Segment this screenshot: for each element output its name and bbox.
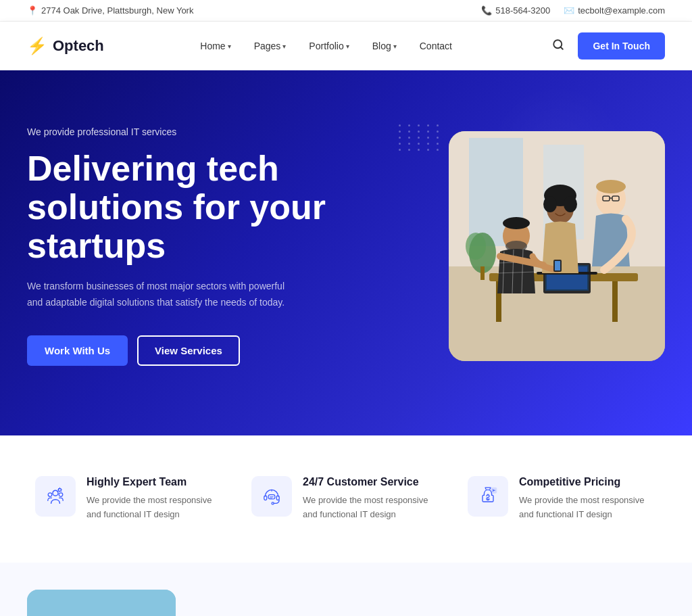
- navbar: ⚡ Optech Home ▾ Pages ▾ Portfolio ▾ Blog…: [0, 22, 692, 70]
- bottom-section: [0, 563, 692, 616]
- feature-pricing-title: Competitive Pricing: [519, 476, 657, 488]
- nav-pages[interactable]: Pages ▾: [245, 35, 296, 57]
- get-in-touch-button[interactable]: Get In Touch: [578, 32, 665, 60]
- email-icon: ✉️: [564, 5, 574, 16]
- feature-support: 24/7 Customer Service We provide the mos…: [251, 476, 441, 522]
- search-icon: [552, 39, 564, 51]
- svg-rect-35: [555, 261, 560, 270]
- work-with-us-button[interactable]: Work With Us: [27, 335, 128, 366]
- chevron-down-icon: ▾: [228, 43, 231, 50]
- hero-content: We provide professional IT services Deli…: [27, 126, 358, 366]
- hero-buttons: Work With Us View Services: [27, 335, 358, 366]
- svg-point-18: [596, 180, 626, 193]
- svg-point-24: [543, 196, 557, 212]
- logo-bolt-icon: ⚡: [27, 37, 47, 55]
- address-item: 📍 2774 Oak Drive, Plattsburgh, New York: [27, 5, 193, 16]
- svg-point-42: [272, 502, 274, 504]
- support-icon-box: [251, 476, 292, 517]
- bottom-illustration: [27, 590, 176, 616]
- nav-contact[interactable]: Contact: [410, 35, 462, 57]
- svg-rect-9: [480, 266, 485, 280]
- feature-team-text: Highly Expert Team We provide the most r…: [86, 476, 224, 522]
- svg-rect-12: [612, 281, 618, 322]
- team-illustration: [449, 131, 665, 361]
- bottom-image: [27, 590, 176, 616]
- svg-point-8: [466, 233, 486, 260]
- team-icon: [45, 485, 66, 507]
- phone-text: 518-564-3200: [495, 5, 550, 16]
- phone-item[interactable]: 📞 518-564-3200: [481, 5, 550, 16]
- search-button[interactable]: [548, 34, 568, 58]
- features-section: Highly Expert Team We provide the most r…: [0, 435, 692, 563]
- logo-text: Optech: [53, 37, 104, 55]
- svg-point-27: [503, 217, 530, 229]
- nav-right: Get In Touch: [548, 32, 665, 60]
- location-icon: 📍: [27, 5, 38, 16]
- hero-image: [449, 131, 665, 361]
- svg-point-38: [59, 493, 63, 497]
- logo[interactable]: ⚡ Optech: [27, 37, 104, 55]
- nav-blog[interactable]: Blog ▾: [363, 35, 406, 57]
- svg-point-36: [53, 490, 58, 496]
- phone-icon: 📞: [481, 5, 492, 16]
- hero-subtitle: We provide professional IT services: [27, 126, 358, 137]
- chevron-down-icon: ▾: [346, 43, 349, 50]
- team-icon-box: [35, 476, 76, 517]
- hero-title: Delivering tech solutions for your start…: [27, 149, 358, 266]
- email-text: tecbolt@example.com: [578, 5, 665, 16]
- feature-team-title: Highly Expert Team: [86, 476, 224, 488]
- feature-support-title: 24/7 Customer Service: [303, 476, 441, 488]
- hero-image-area: [449, 131, 665, 361]
- feature-support-text: 24/7 Customer Service We provide the mos…: [303, 476, 441, 522]
- top-bar: 📍 2774 Oak Drive, Plattsburgh, New York …: [0, 0, 692, 22]
- chevron-down-icon: ▾: [282, 43, 286, 50]
- feature-support-desc: We provide the most responsive and funct…: [303, 494, 441, 522]
- svg-point-37: [48, 493, 52, 497]
- feature-pricing: Competitive Pricing We provide the most …: [468, 476, 657, 522]
- svg-point-25: [564, 196, 577, 212]
- money-icon: [477, 485, 499, 507]
- view-services-button[interactable]: View Services: [137, 335, 240, 366]
- svg-rect-45: [27, 590, 176, 616]
- chevron-down-icon: ▾: [393, 43, 397, 50]
- nav-links: Home ▾ Pages ▾ Portfolio ▾ Blog ▾ Contac…: [191, 35, 462, 57]
- nav-portfolio[interactable]: Portfolio ▾: [299, 35, 358, 57]
- feature-team-desc: We provide the most responsive and funct…: [86, 494, 224, 522]
- feature-pricing-text: Competitive Pricing We provide the most …: [519, 476, 657, 522]
- svg-line-1: [561, 47, 563, 49]
- feature-team: Highly Expert Team We provide the most r…: [35, 476, 224, 522]
- hero-section: We provide professional IT services Deli…: [0, 70, 692, 435]
- nav-home[interactable]: Home ▾: [191, 35, 240, 57]
- feature-pricing-desc: We provide the most responsive and funct…: [519, 494, 657, 522]
- email-item[interactable]: ✉️ tecbolt@example.com: [564, 5, 665, 16]
- hero-description: We transform businesses of most major se…: [27, 279, 297, 311]
- pricing-icon-box: [468, 476, 508, 517]
- address-text: 2774 Oak Drive, Plattsburgh, New York: [41, 5, 193, 16]
- headset-icon: [261, 485, 282, 507]
- dots-decoration: [399, 124, 442, 151]
